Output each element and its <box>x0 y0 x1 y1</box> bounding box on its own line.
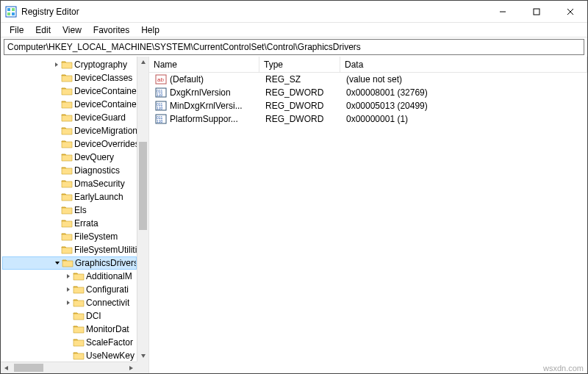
close-button[interactable] <box>553 1 587 23</box>
folder-icon <box>61 179 73 189</box>
value-type: REG_DWORD <box>262 101 343 111</box>
tree-item[interactable]: DeviceGuard <box>2 111 137 124</box>
folder-icon <box>61 192 73 202</box>
expand-chevron-icon[interactable] <box>53 259 62 267</box>
folder-icon <box>61 152 73 162</box>
folder-icon <box>73 298 85 308</box>
menu-edit[interactable]: Edit <box>29 24 57 37</box>
tree-item[interactable]: Errata <box>2 217 137 230</box>
expand-chevron-icon <box>52 245 61 254</box>
svg-marker-11 <box>67 274 70 278</box>
value-data: 0x00005013 (20499) <box>343 101 587 111</box>
value-type: REG_DWORD <box>262 114 343 124</box>
folder-icon <box>61 60 73 70</box>
tree-item-label: EarlyLaunch <box>74 192 123 202</box>
value-row[interactable]: 011110MinDxgKrnlVersi...REG_DWORD0x00005… <box>149 99 587 112</box>
tree-item-label: Configurati <box>86 284 129 295</box>
value-row[interactable]: 011110PlatformSuppor...REG_DWORD0x000000… <box>149 112 587 126</box>
expand-chevron-icon <box>52 100 61 109</box>
column-name[interactable]: Name <box>149 57 259 72</box>
address-bar[interactable]: Computer\HKEY_LOCAL_MACHINE\SYSTEM\Curre… <box>4 39 584 55</box>
value-row[interactable]: 011110DxgKrnlVersionREG_DWORD0x00008001 … <box>149 86 587 99</box>
tree-item[interactable]: DeviceContainers <box>2 98 137 111</box>
value-data: 0x00008001 (32769) <box>343 87 587 98</box>
horizontal-scrollbar[interactable] <box>1 362 137 373</box>
value-row[interactable]: ab(Default)REG_SZ(value not set) <box>149 73 587 86</box>
tree-item[interactable]: Els <box>2 204 137 217</box>
svg-marker-17 <box>4 366 8 370</box>
tree-item-label: DeviceContainers <box>74 99 137 109</box>
folder-icon <box>61 86 73 96</box>
tree-item[interactable]: Diagnostics <box>2 164 137 177</box>
scroll-right-arrow[interactable] <box>125 362 137 373</box>
menu-help[interactable]: Help <box>135 24 165 37</box>
tree-item[interactable]: UseNewKey <box>2 349 137 362</box>
value-name: (Default) <box>170 74 204 84</box>
expand-chevron-icon[interactable] <box>64 272 73 281</box>
menu-file[interactable]: File <box>4 24 29 37</box>
scroll-left-arrow[interactable] <box>1 362 12 373</box>
expand-chevron-icon[interactable] <box>64 298 73 307</box>
folder-icon <box>73 271 85 281</box>
tree-item[interactable]: Configurati <box>2 283 137 296</box>
binary-value-icon: 011110 <box>155 100 167 112</box>
tree-item-label: DeviceGuard <box>74 112 126 123</box>
maximize-button[interactable] <box>520 1 553 23</box>
svg-marker-15 <box>141 60 146 64</box>
tree-item[interactable]: EarlyLaunch <box>2 190 137 204</box>
expand-chevron-icon <box>52 179 61 188</box>
scroll-down-arrow[interactable] <box>137 350 148 362</box>
expand-chevron-icon[interactable] <box>52 60 61 69</box>
tree-item[interactable]: DeviceOverrides <box>2 137 137 151</box>
tree-item[interactable]: Connectivit <box>2 296 137 309</box>
svg-marker-12 <box>67 287 70 292</box>
folder-icon <box>61 126 73 136</box>
tree-item[interactable]: DCI <box>2 309 137 323</box>
folder-icon <box>73 337 85 348</box>
value-name: MinDxgKrnlVersi... <box>170 101 243 111</box>
tree-item[interactable]: FileSystem <box>2 230 137 243</box>
column-type[interactable]: Type <box>259 57 340 72</box>
tree-item[interactable]: GraphicsDrivers <box>2 256 137 270</box>
vertical-scrollbar[interactable] <box>137 57 148 362</box>
value-name: PlatformSuppor... <box>170 114 238 124</box>
tree-item-label: FileSystem <box>74 231 118 242</box>
tree-item[interactable]: DeviceContainers <box>2 84 137 98</box>
values-list[interactable]: ab(Default)REG_SZ(value not set)011110Dx… <box>149 73 587 373</box>
menu-favorites[interactable]: Favorites <box>87 24 135 37</box>
registry-tree[interactable]: CryptographyDeviceClassesDeviceContainer… <box>1 57 137 362</box>
folder-icon <box>61 112 73 123</box>
column-data[interactable]: Data <box>340 57 587 72</box>
expand-chevron-icon <box>52 219 61 228</box>
tree-item[interactable]: DeviceMigration <box>2 124 137 137</box>
values-pane: Name Type Data ab(Default)REG_SZ(value n… <box>149 57 587 373</box>
tree-item[interactable]: MonitorDat <box>2 323 137 336</box>
menu-view[interactable]: View <box>57 24 87 37</box>
svg-rect-1 <box>7 8 10 11</box>
tree-item-label: DevQuery <box>74 152 114 162</box>
scroll-thumb[interactable] <box>139 142 147 230</box>
tree-item[interactable]: FileSystemUtilities <box>2 243 137 256</box>
tree-item[interactable]: ScaleFactor <box>2 336 137 349</box>
tree-item[interactable]: Cryptography <box>2 58 137 71</box>
value-type: REG_SZ <box>262 74 343 84</box>
tree-item[interactable]: DmaSecurity <box>2 177 137 190</box>
svg-text:110: 110 <box>157 119 163 123</box>
expand-chevron-icon <box>52 193 61 201</box>
svg-marker-10 <box>55 262 60 265</box>
value-data: (value not set) <box>343 74 587 84</box>
binary-value-icon: 011110 <box>155 113 167 125</box>
tree-item[interactable]: DevQuery <box>2 151 137 164</box>
scroll-thumb-h[interactable] <box>14 364 43 372</box>
tree-item[interactable]: DeviceClasses <box>2 71 137 84</box>
expand-chevron-icon <box>64 312 73 320</box>
scrollbar-corner <box>137 362 148 373</box>
scroll-up-arrow[interactable] <box>137 57 148 68</box>
tree-item-label: Diagnostics <box>74 165 120 176</box>
value-type: REG_DWORD <box>262 87 343 98</box>
minimize-button[interactable] <box>486 1 520 23</box>
svg-rect-2 <box>12 8 15 11</box>
expand-chevron-icon[interactable] <box>64 285 73 294</box>
expand-chevron-icon <box>64 338 73 347</box>
tree-item[interactable]: AdditionalM <box>2 270 137 283</box>
